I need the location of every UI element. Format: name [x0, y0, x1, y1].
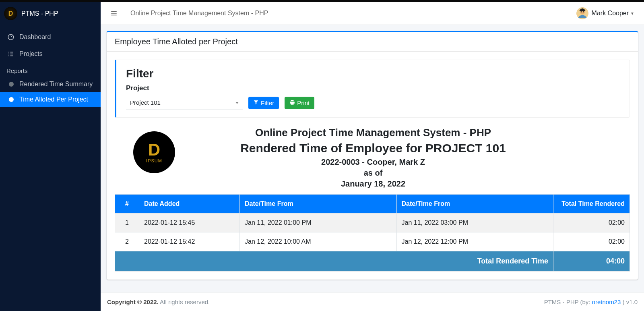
table-row: 1 2022-01-12 15:45 Jan 11, 2022 01:00 PM… — [115, 214, 630, 232]
cell-date-added: 2022-01-12 15:45 — [139, 214, 240, 232]
svg-point-3 — [580, 11, 582, 12]
table-footer-row: Total Rendered Time 04:00 — [115, 251, 630, 272]
circle-icon — [9, 97, 14, 102]
cell-to: Jan 12, 2022 12:00 PM — [396, 232, 553, 251]
cell-to: Jan 11, 2022 03:00 PM — [396, 214, 553, 232]
filter-button-label: Filter — [261, 100, 274, 106]
th-from: Date/Time From — [240, 195, 397, 214]
report-table: # Date Added Date/Time From Date/Time Fr… — [115, 194, 630, 272]
footer-total-value: 04:00 — [553, 251, 630, 272]
circle-icon — [9, 82, 14, 87]
svg-point-4 — [583, 11, 584, 12]
table-row: 2 2022-01-12 15:42 Jan 12, 2022 10:00 AM… — [115, 232, 630, 251]
brand-text: PTMS - PHP — [21, 10, 58, 17]
sidebar-item-time-alloted-per-project[interactable]: Time Alloted Per Project — [0, 92, 101, 107]
main: Online Project Time Management System - … — [101, 2, 644, 311]
sidebar-item-rendered-time-summary[interactable]: Rendered Time Summary — [0, 77, 101, 92]
cell-index: 2 — [115, 232, 139, 251]
report-asof-label: as of — [191, 168, 555, 178]
company-logo-icon: D IPSUM — [133, 131, 175, 173]
chevron-down-icon: ▼ — [630, 11, 634, 16]
brand-link[interactable]: D PTMS - PHP — [0, 2, 101, 26]
projects-icon — [6, 50, 15, 58]
card-title: Employee Time Alloted per Project — [107, 32, 638, 52]
footer-copyright: Copyright © 2022. All rights reserved. — [107, 299, 210, 305]
cell-from: Jan 11, 2022 01:00 PM — [240, 214, 397, 232]
filter-box: Filter Project Project 101 Filter — [115, 60, 630, 118]
dashboard-icon — [6, 33, 15, 41]
sidebar-item-projects[interactable]: Projects — [0, 46, 101, 62]
th-index: # — [115, 195, 139, 214]
report-asof-date: January 18, 2022 — [191, 179, 555, 189]
print-button[interactable]: Print — [285, 97, 314, 109]
filter-button[interactable]: Filter — [248, 97, 279, 109]
filter-heading: Filter — [126, 67, 620, 80]
footer: Copyright © 2022. All rights reserved. P… — [101, 292, 644, 311]
user-menu[interactable]: Mark Cooper ▼ — [573, 6, 638, 21]
print-button-label: Print — [297, 100, 310, 106]
filter-project-label: Project — [126, 84, 620, 92]
user-name: Mark Cooper — [592, 10, 629, 17]
content: Employee Time Alloted per Project Filter… — [101, 25, 644, 292]
sidebar-item-label: Time Alloted Per Project — [19, 96, 88, 103]
cell-total: 02:00 — [553, 214, 630, 232]
footer-author-link[interactable]: oretnom23 — [592, 299, 621, 305]
sidebar: D PTMS - PHP Dashboard Projects Reports … — [0, 2, 101, 311]
cell-index: 1 — [115, 214, 139, 232]
sidebar-section-header: Reports — [0, 62, 101, 77]
topbar: Online Project Time Management System - … — [101, 2, 644, 25]
table-header-row: # Date Added Date/Time From Date/Time Fr… — [115, 195, 630, 214]
filter-icon — [253, 100, 259, 106]
card: Employee Time Alloted per Project Filter… — [107, 31, 638, 280]
report-header: D IPSUM Online Project Time Management S… — [115, 126, 630, 190]
brand-logo-icon: D — [4, 7, 17, 20]
cell-date-added: 2022-01-12 15:42 — [139, 232, 240, 251]
topbar-title: Online Project Time Management System - … — [130, 10, 268, 17]
cell-total: 02:00 — [553, 232, 630, 251]
project-select[interactable]: Project 101 — [126, 95, 243, 110]
th-date-added: Date Added — [139, 195, 240, 214]
print-icon — [289, 100, 295, 106]
sidebar-nav: Dashboard Projects Reports Rendered Time… — [0, 26, 101, 107]
footer-version: PTMS - PHP (by: oretnom23 ) v1.0 — [544, 299, 638, 305]
th-total: Total Time Rendered — [553, 195, 630, 214]
cell-from: Jan 12, 2022 10:00 AM — [240, 232, 397, 251]
report-employee: 2022-0003 - Cooper, Mark Z — [191, 158, 555, 167]
th-to: Date/Time From — [396, 195, 553, 214]
avatar-icon — [576, 7, 588, 19]
report-system-name: Online Project Time Management System - … — [191, 126, 555, 139]
report-title: Rendered Time of Employee for PROJECT 10… — [191, 141, 555, 155]
sidebar-item-dashboard[interactable]: Dashboard — [0, 29, 101, 46]
sidebar-item-label: Dashboard — [19, 33, 51, 41]
menu-toggle-button[interactable] — [107, 6, 121, 20]
footer-total-label: Total Rendered Time — [115, 251, 553, 272]
sidebar-item-label: Projects — [19, 50, 43, 58]
sidebar-item-label: Rendered Time Summary — [19, 81, 93, 88]
project-selected-value: Project 101 — [130, 99, 161, 106]
